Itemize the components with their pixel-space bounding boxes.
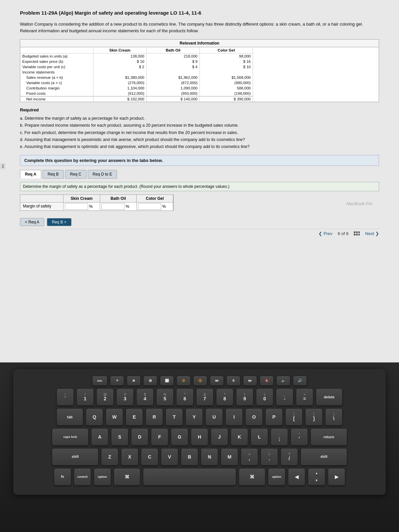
tab-req-d-e[interactable]: Req D to E (88, 170, 117, 179)
col-header-label (20, 47, 93, 54)
key-return[interactable]: return (311, 428, 347, 446)
key-period[interactable]: >. (261, 448, 278, 466)
key-q[interactable]: Q (86, 408, 103, 426)
key-b[interactable]: B (181, 448, 198, 466)
key-fn[interactable]: fn (54, 468, 71, 485)
key-option-l[interactable]: option (94, 468, 111, 485)
side-label: es (0, 163, 5, 170)
key-s[interactable]: S (111, 428, 128, 446)
key-u[interactable]: U (205, 408, 223, 426)
key-i[interactable]: I (225, 408, 243, 426)
req-prev-button[interactable]: < Req A (20, 218, 44, 226)
mos-bath-oil-input[interactable] (101, 203, 125, 210)
mos-bath-oil-cell: % (100, 202, 137, 210)
key-arrow-updown[interactable]: ▲ ▼ (308, 468, 325, 485)
key-z[interactable]: Z (101, 448, 118, 466)
mos-bath-pct: % (126, 204, 129, 209)
key-f11[interactable]: 🔈 (276, 376, 290, 386)
next-button[interactable]: Next ❯ (365, 231, 379, 236)
key-y[interactable]: Y (186, 408, 203, 426)
key-2[interactable]: @2 (96, 388, 114, 406)
key-control[interactable]: control (74, 468, 91, 485)
key-semicolon[interactable]: :; (271, 428, 288, 446)
key-h[interactable]: H (191, 428, 208, 446)
key-8[interactable]: *8 (216, 388, 233, 406)
key-f10[interactable]: 🔇 (260, 376, 274, 386)
key-m[interactable]: M (221, 448, 238, 466)
key-4[interactable]: $4 (136, 388, 154, 406)
row-2-bath: $ 4 (147, 64, 200, 69)
key-f12[interactable]: 🔊 (293, 376, 307, 386)
key-9[interactable]: (9 (236, 388, 253, 406)
key-delete[interactable]: delete (316, 388, 342, 406)
key-f7[interactable]: ⏮ (210, 376, 224, 386)
key-command-l[interactable]: ⌘ (114, 468, 140, 485)
key-e[interactable]: E (126, 408, 143, 426)
key-arrow-left[interactable]: ◀ (288, 468, 305, 485)
key-d[interactable]: D (131, 428, 148, 446)
key-c[interactable]: C (141, 448, 158, 466)
req-next-button[interactable]: Req B > (47, 218, 71, 226)
key-1[interactable]: !1 (76, 388, 94, 406)
key-6[interactable]: ^6 (176, 388, 194, 406)
tab-req-a[interactable]: Req A (20, 170, 41, 179)
key-f9[interactable]: ⏭ (243, 376, 257, 386)
key-7[interactable]: &7 (196, 388, 213, 406)
key-arrow-right[interactable]: ▶ (328, 468, 345, 485)
key-f1[interactable]: ☀ (110, 376, 124, 386)
key-f8[interactable]: ⏸ (226, 376, 240, 386)
key-f2[interactable]: ☀ (127, 376, 141, 386)
tab-req-c[interactable]: Req C (65, 170, 86, 179)
key-t[interactable]: T (166, 408, 183, 426)
key-space[interactable] (143, 468, 236, 485)
required-title: Required (20, 107, 379, 112)
key-rbracket[interactable]: }] (305, 408, 323, 426)
key-lbracket[interactable]: {[ (285, 408, 303, 426)
col-header-color: Color Gel (200, 47, 253, 54)
key-f6[interactable]: 🔆 (193, 376, 207, 386)
key-f5[interactable]: 🔅 (177, 376, 191, 386)
key-quote[interactable]: "' (291, 428, 308, 446)
key-tab[interactable]: tab (57, 408, 83, 426)
key-w[interactable]: W (106, 408, 123, 426)
row-2-label: Variable costs per unit (c) (20, 64, 93, 69)
key-f4[interactable]: ⬜ (160, 376, 174, 386)
key-g[interactable]: G (171, 428, 188, 446)
key-equals[interactable]: += (296, 388, 313, 406)
key-p[interactable]: P (265, 408, 283, 426)
key-lshift[interactable]: shift (52, 448, 98, 466)
key-0[interactable]: )0 (256, 388, 273, 406)
prev-button[interactable]: ❮ Prev (319, 231, 332, 236)
key-j[interactable]: J (211, 428, 228, 446)
bottom-key-row: fn control option ⌘ ⌘ option ◀ ▲ ▼ ▶ (23, 468, 376, 485)
mos-bath-oil-header: Bath Oil (100, 195, 137, 202)
key-v[interactable]: V (161, 448, 178, 466)
key-f[interactable]: F (151, 428, 168, 446)
mos-color-gel-input[interactable] (138, 203, 161, 210)
row-5-skin: (276,000) (93, 80, 147, 85)
key-n[interactable]: N (201, 448, 218, 466)
page-info: 6 of 6 (338, 231, 349, 236)
tab-req-b[interactable]: Req B (43, 170, 64, 179)
key-f3[interactable]: ⊞ (143, 376, 157, 386)
row-3-color (200, 69, 253, 75)
key-3[interactable]: #3 (116, 388, 134, 406)
key-backtick[interactable]: ~` (57, 388, 74, 406)
key-esc[interactable]: esc (92, 376, 107, 386)
mos-skin-cream-input[interactable] (65, 203, 88, 210)
key-comma[interactable]: <, (241, 448, 258, 466)
key-r[interactable]: R (146, 408, 163, 426)
key-x[interactable]: X (121, 448, 138, 466)
key-command-r[interactable]: ⌘ (239, 468, 265, 485)
key-o[interactable]: O (245, 408, 263, 426)
key-option-r[interactable]: option (268, 468, 285, 485)
key-k[interactable]: K (231, 428, 248, 446)
key-backslash[interactable]: |\ (325, 408, 342, 426)
key-capslock[interactable]: caps lock (52, 428, 88, 446)
key-5[interactable]: %5 (156, 388, 174, 406)
key-rshift[interactable]: shift (301, 448, 347, 466)
key-slash[interactable]: ?/ (281, 448, 298, 466)
key-l[interactable]: L (251, 428, 268, 446)
key-minus[interactable]: _- (276, 388, 293, 406)
key-a[interactable]: A (91, 428, 108, 446)
